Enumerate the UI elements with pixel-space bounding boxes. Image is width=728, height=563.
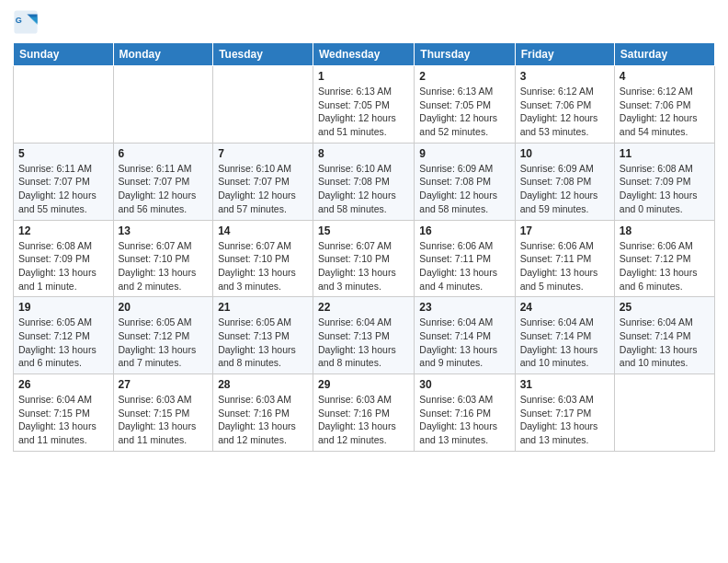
day-info: Sunrise: 6:11 AM Sunset: 7:07 PM Dayligh…	[18, 162, 108, 216]
day-info: Sunrise: 6:04 AM Sunset: 7:14 PM Dayligh…	[419, 316, 509, 370]
calendar-cell: 10Sunrise: 6:09 AM Sunset: 7:08 PM Dayli…	[515, 143, 614, 220]
day-info: Sunrise: 6:11 AM Sunset: 7:07 PM Dayligh…	[119, 162, 209, 216]
day-number: 31	[520, 378, 609, 391]
day-info: Sunrise: 6:05 AM Sunset: 7:13 PM Dayligh…	[218, 316, 308, 370]
day-info: Sunrise: 6:13 AM Sunset: 7:05 PM Dayligh…	[419, 85, 509, 139]
day-number: 17	[520, 224, 609, 237]
day-number: 22	[318, 301, 409, 314]
day-info: Sunrise: 6:12 AM Sunset: 7:06 PM Dayligh…	[620, 85, 710, 139]
day-info: Sunrise: 6:07 AM Sunset: 7:10 PM Dayligh…	[318, 239, 409, 293]
week-row-3: 19Sunrise: 6:05 AM Sunset: 7:12 PM Dayli…	[14, 297, 715, 374]
calendar-cell: 6Sunrise: 6:11 AM Sunset: 7:07 PM Daylig…	[113, 143, 213, 220]
day-number: 25	[620, 301, 710, 314]
day-number: 28	[218, 378, 308, 391]
day-number: 18	[620, 224, 710, 237]
day-number: 2	[419, 70, 509, 83]
calendar-cell: 1Sunrise: 6:13 AM Sunset: 7:05 PM Daylig…	[313, 66, 415, 144]
calendar-cell: 17Sunrise: 6:06 AM Sunset: 7:11 PM Dayli…	[515, 220, 614, 297]
day-info: Sunrise: 6:04 AM Sunset: 7:14 PM Dayligh…	[620, 316, 710, 370]
day-number: 26	[18, 378, 108, 391]
weekday-header-saturday: Saturday	[614, 43, 714, 66]
day-info: Sunrise: 6:04 AM Sunset: 7:13 PM Dayligh…	[318, 316, 409, 370]
calendar-header: SundayMondayTuesdayWednesdayThursdayFrid…	[14, 43, 715, 66]
page: G SundayMondayTuesdayWednesdayThursdayFr…	[0, 0, 728, 563]
day-info: Sunrise: 6:04 AM Sunset: 7:14 PM Dayligh…	[520, 316, 609, 370]
day-info: Sunrise: 6:06 AM Sunset: 7:12 PM Dayligh…	[620, 239, 710, 293]
day-info: Sunrise: 6:08 AM Sunset: 7:09 PM Dayligh…	[620, 162, 710, 216]
day-number: 12	[18, 224, 108, 237]
calendar-cell: 28Sunrise: 6:03 AM Sunset: 7:16 PM Dayli…	[213, 374, 313, 452]
day-number: 10	[520, 147, 609, 160]
day-info: Sunrise: 6:12 AM Sunset: 7:06 PM Dayligh…	[520, 85, 609, 139]
header: G	[13, 9, 715, 35]
day-info: Sunrise: 6:09 AM Sunset: 7:08 PM Dayligh…	[520, 162, 609, 216]
day-number: 13	[119, 224, 209, 237]
weekday-header-tuesday: Tuesday	[213, 43, 313, 66]
day-number: 4	[620, 70, 710, 83]
calendar-cell: 11Sunrise: 6:08 AM Sunset: 7:09 PM Dayli…	[614, 143, 714, 220]
day-info: Sunrise: 6:03 AM Sunset: 7:16 PM Dayligh…	[419, 393, 509, 447]
week-row-2: 12Sunrise: 6:08 AM Sunset: 7:09 PM Dayli…	[14, 220, 715, 297]
calendar-cell: 29Sunrise: 6:03 AM Sunset: 7:16 PM Dayli…	[313, 374, 415, 452]
day-info: Sunrise: 6:06 AM Sunset: 7:11 PM Dayligh…	[419, 239, 509, 293]
logo: G	[13, 9, 42, 35]
calendar-cell: 16Sunrise: 6:06 AM Sunset: 7:11 PM Dayli…	[415, 220, 515, 297]
calendar-cell: 27Sunrise: 6:03 AM Sunset: 7:15 PM Dayli…	[113, 374, 213, 452]
week-row-0: 1Sunrise: 6:13 AM Sunset: 7:05 PM Daylig…	[14, 66, 715, 144]
day-number: 1	[318, 70, 409, 83]
calendar-cell: 23Sunrise: 6:04 AM Sunset: 7:14 PM Dayli…	[415, 297, 515, 374]
calendar-cell: 5Sunrise: 6:11 AM Sunset: 7:07 PM Daylig…	[14, 143, 114, 220]
weekday-row: SundayMondayTuesdayWednesdayThursdayFrid…	[14, 43, 715, 66]
day-info: Sunrise: 6:05 AM Sunset: 7:12 PM Dayligh…	[18, 316, 108, 370]
day-number: 3	[520, 70, 609, 83]
weekday-header-monday: Monday	[113, 43, 213, 66]
calendar-cell: 9Sunrise: 6:09 AM Sunset: 7:08 PM Daylig…	[415, 143, 515, 220]
calendar-cell: 12Sunrise: 6:08 AM Sunset: 7:09 PM Dayli…	[14, 220, 114, 297]
week-row-1: 5Sunrise: 6:11 AM Sunset: 7:07 PM Daylig…	[14, 143, 715, 220]
weekday-header-sunday: Sunday	[14, 43, 114, 66]
logo-icon: G	[13, 9, 39, 35]
week-row-4: 26Sunrise: 6:04 AM Sunset: 7:15 PM Dayli…	[14, 374, 715, 452]
day-number: 23	[419, 301, 509, 314]
day-info: Sunrise: 6:03 AM Sunset: 7:16 PM Dayligh…	[218, 393, 308, 447]
calendar-cell: 2Sunrise: 6:13 AM Sunset: 7:05 PM Daylig…	[415, 66, 515, 144]
calendar-cell: 14Sunrise: 6:07 AM Sunset: 7:10 PM Dayli…	[213, 220, 313, 297]
day-number: 7	[218, 147, 308, 160]
calendar-cell: 20Sunrise: 6:05 AM Sunset: 7:12 PM Dayli…	[113, 297, 213, 374]
day-number: 11	[620, 147, 710, 160]
day-number: 8	[318, 147, 409, 160]
day-number: 6	[119, 147, 209, 160]
calendar-cell	[213, 66, 313, 144]
calendar-cell: 30Sunrise: 6:03 AM Sunset: 7:16 PM Dayli…	[415, 374, 515, 452]
calendar-cell: 8Sunrise: 6:10 AM Sunset: 7:08 PM Daylig…	[313, 143, 415, 220]
day-number: 20	[119, 301, 209, 314]
day-info: Sunrise: 6:03 AM Sunset: 7:17 PM Dayligh…	[520, 393, 609, 447]
calendar-cell	[113, 66, 213, 144]
day-number: 21	[218, 301, 308, 314]
calendar-cell: 3Sunrise: 6:12 AM Sunset: 7:06 PM Daylig…	[515, 66, 614, 144]
day-info: Sunrise: 6:03 AM Sunset: 7:15 PM Dayligh…	[119, 393, 209, 447]
calendar-body: 1Sunrise: 6:13 AM Sunset: 7:05 PM Daylig…	[14, 66, 715, 452]
calendar-cell: 26Sunrise: 6:04 AM Sunset: 7:15 PM Dayli…	[14, 374, 114, 452]
weekday-header-wednesday: Wednesday	[313, 43, 415, 66]
day-number: 27	[119, 378, 209, 391]
weekday-header-friday: Friday	[515, 43, 614, 66]
calendar-cell: 18Sunrise: 6:06 AM Sunset: 7:12 PM Dayli…	[614, 220, 714, 297]
weekday-header-thursday: Thursday	[415, 43, 515, 66]
day-info: Sunrise: 6:10 AM Sunset: 7:08 PM Dayligh…	[318, 162, 409, 216]
calendar-cell: 25Sunrise: 6:04 AM Sunset: 7:14 PM Dayli…	[614, 297, 714, 374]
day-info: Sunrise: 6:04 AM Sunset: 7:15 PM Dayligh…	[18, 393, 108, 447]
calendar-cell: 4Sunrise: 6:12 AM Sunset: 7:06 PM Daylig…	[614, 66, 714, 144]
day-info: Sunrise: 6:03 AM Sunset: 7:16 PM Dayligh…	[318, 393, 409, 447]
day-number: 16	[419, 224, 509, 237]
calendar-cell: 31Sunrise: 6:03 AM Sunset: 7:17 PM Dayli…	[515, 374, 614, 452]
day-info: Sunrise: 6:07 AM Sunset: 7:10 PM Dayligh…	[218, 239, 308, 293]
day-info: Sunrise: 6:10 AM Sunset: 7:07 PM Dayligh…	[218, 162, 308, 216]
day-info: Sunrise: 6:08 AM Sunset: 7:09 PM Dayligh…	[18, 239, 108, 293]
day-info: Sunrise: 6:13 AM Sunset: 7:05 PM Dayligh…	[318, 85, 409, 139]
day-number: 15	[318, 224, 409, 237]
day-number: 24	[520, 301, 609, 314]
calendar-cell: 22Sunrise: 6:04 AM Sunset: 7:13 PM Dayli…	[313, 297, 415, 374]
calendar-cell: 15Sunrise: 6:07 AM Sunset: 7:10 PM Dayli…	[313, 220, 415, 297]
day-number: 9	[419, 147, 509, 160]
